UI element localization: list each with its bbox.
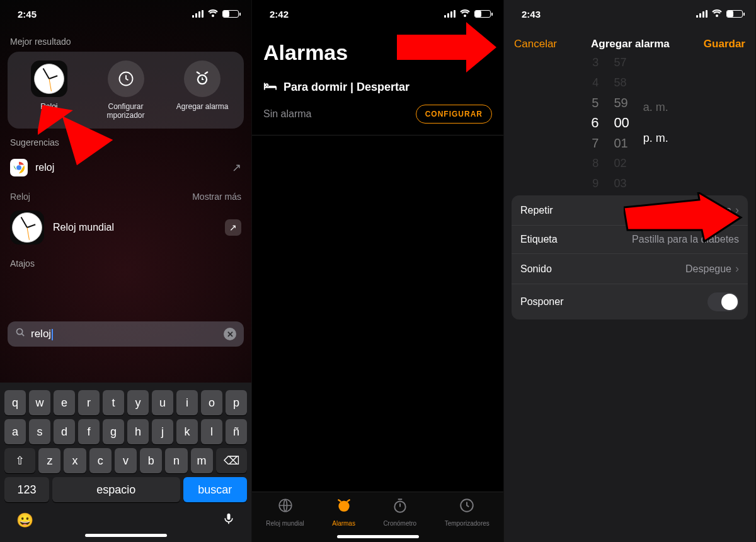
clock-icon (34, 64, 64, 94)
cellular-icon (696, 10, 707, 18)
key-numbers[interactable]: 123 (4, 477, 49, 502)
key-w[interactable]: w (29, 390, 50, 415)
key-f[interactable]: f (78, 419, 100, 444)
key-shift[interactable]: ⇧ (4, 448, 35, 473)
picker-am[interactable]: a. m. (643, 101, 668, 114)
key-v[interactable]: v (115, 448, 137, 473)
cellular-icon (192, 10, 203, 18)
key-u[interactable]: u (152, 390, 173, 415)
key-space[interactable]: espacio (52, 477, 180, 502)
chrome-icon (10, 159, 28, 176)
keyboard[interactable]: qwertyuiop asdfghjklñ ⇧zxcvbnm⌫ 123 espa… (0, 383, 251, 542)
dictation-button[interactable] (222, 511, 235, 530)
key-c[interactable]: c (89, 448, 112, 473)
app-reloj[interactable]: Reloj (13, 61, 86, 120)
cellular-icon (444, 10, 455, 18)
action-add-alarm-label: Agregar alarma (176, 102, 229, 111)
home-indicator[interactable] (85, 534, 167, 537)
key-h[interactable]: h (127, 419, 149, 444)
key-j[interactable]: j (152, 419, 173, 444)
key-a[interactable]: a (4, 419, 26, 444)
option-label[interactable]: Etiqueta Pastilla para la diabetes (512, 226, 748, 254)
action-set-timer[interactable]: Configurar mporizador (89, 61, 163, 120)
option-repeat[interactable]: Repetir Nunca› (512, 195, 748, 226)
key-backspace[interactable]: ⌫ (216, 448, 247, 473)
key-x[interactable]: x (64, 448, 86, 473)
section-suggestions: Sugerencias (0, 129, 251, 153)
search-field[interactable]: reloj ✕ (8, 321, 244, 347)
sleep-label: Para dormir | Despertar (284, 81, 410, 94)
tab-world-clock[interactable]: Reloj mundial (266, 497, 304, 527)
screen-alarms-list: 2:42 ＋ Alarmas Para dormir | Despertar S… (252, 0, 504, 542)
home-indicator[interactable] (337, 535, 419, 538)
tab-bar: Reloj mundial Alarmas Cronómetro Tempori… (252, 492, 503, 542)
time-picker[interactable]: 3456789 57585900010203 a. m. p. m. (512, 63, 748, 183)
key-b[interactable]: b (140, 448, 162, 473)
app-reloj-label: Reloj (40, 102, 57, 111)
emoji-button[interactable]: 😀 (16, 512, 33, 529)
open-arrow-icon: ↗ (232, 161, 241, 175)
key-q[interactable]: q (4, 390, 26, 415)
snooze-toggle[interactable] (707, 292, 739, 311)
save-button[interactable]: Guardar (704, 38, 745, 50)
key-l[interactable]: l (201, 419, 222, 444)
alarm-icon (336, 497, 352, 517)
key-t[interactable]: t (103, 390, 124, 415)
key-g[interactable]: g (103, 419, 124, 444)
stopwatch-icon (392, 497, 408, 517)
open-link-icon[interactable]: ↗ (225, 219, 241, 236)
section-app-header: Reloj (10, 192, 30, 202)
chevron-right-icon: › (735, 262, 739, 275)
svg-point-9 (338, 500, 349, 511)
key-k[interactable]: k (176, 419, 198, 444)
show-more-button[interactable]: Mostrar más (192, 192, 241, 202)
key-search[interactable]: buscar (183, 477, 247, 502)
row-world-clock[interactable]: Reloj mundial ↗ (0, 205, 251, 250)
key-z[interactable]: z (38, 448, 60, 473)
search-icon (15, 327, 26, 341)
tab-stopwatch[interactable]: Cronómetro (383, 497, 416, 527)
key-s[interactable]: s (29, 419, 50, 444)
key-m[interactable]: m (191, 448, 213, 473)
suggestion-label: reloj (35, 162, 54, 173)
status-bar: 2:42 (252, 0, 503, 28)
alarm-clock-icon (184, 61, 220, 97)
key-d[interactable]: d (54, 419, 75, 444)
tab-alarms[interactable]: Alarmas (332, 497, 355, 527)
timer-icon (459, 497, 475, 517)
screen-spotlight: 2:45 Mejor resultado Reloj Configurar mp… (0, 0, 252, 542)
svg-point-4 (16, 165, 21, 170)
action-add-alarm[interactable]: Agregar alarma (166, 61, 239, 120)
top-hit-card: Reloj Configurar mporizador Agregar alar… (8, 52, 244, 129)
tab-timers[interactable]: Temporizadores (445, 497, 490, 527)
key-o[interactable]: o (201, 390, 222, 415)
key-p[interactable]: p (226, 390, 247, 415)
clock-icon (12, 212, 42, 243)
key-e[interactable]: e (54, 390, 75, 415)
status-bar: 2:43 (504, 0, 755, 28)
key-y[interactable]: y (127, 390, 149, 415)
option-sound[interactable]: Sonido Despegue› (512, 254, 748, 284)
battery-icon (726, 10, 743, 18)
picker-pm[interactable]: p. m. (643, 132, 668, 145)
add-alarm-button[interactable]: ＋ (473, 38, 492, 64)
key-ñ[interactable]: ñ (226, 419, 247, 444)
modal-title: Agregar alarma (591, 38, 670, 50)
option-snooze: Posponer (512, 284, 748, 320)
configure-button[interactable]: CONFIGURAR (416, 105, 492, 124)
status-time: 2:42 (270, 9, 289, 20)
suggestion-chrome-reloj[interactable]: reloj ↗ (0, 153, 251, 183)
section-best-result: Mejor resultado (0, 28, 251, 52)
svg-point-5 (16, 328, 22, 334)
cancel-button[interactable]: Cancelar (514, 38, 557, 50)
timer-icon (108, 61, 144, 97)
key-r[interactable]: r (78, 390, 100, 415)
clear-search-button[interactable]: ✕ (224, 328, 236, 340)
wifi-icon (459, 9, 471, 18)
key-n[interactable]: n (165, 448, 187, 473)
wifi-icon (207, 9, 219, 18)
key-i[interactable]: i (176, 390, 198, 415)
wifi-icon (711, 9, 723, 18)
search-value: reloj (31, 328, 219, 340)
page-title: Alarmas (252, 28, 503, 70)
